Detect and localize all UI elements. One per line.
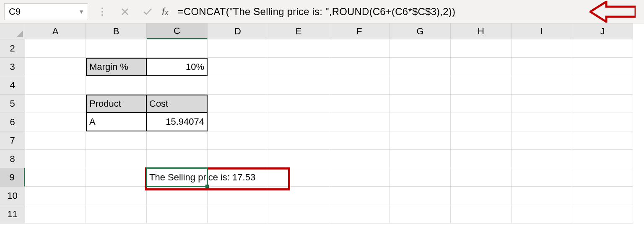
cell[interactable]: [390, 150, 451, 168]
row-header[interactable]: 11: [0, 205, 25, 223]
col-header[interactable]: D: [208, 23, 268, 39]
cell[interactable]: [451, 113, 512, 131]
cell[interactable]: [268, 205, 329, 223]
cell[interactable]: [86, 76, 147, 95]
cell[interactable]: [25, 150, 86, 168]
cell[interactable]: [86, 131, 147, 150]
cell[interactable]: [25, 95, 86, 113]
cell[interactable]: [268, 187, 329, 205]
cell[interactable]: [86, 205, 147, 223]
confirm-icon[interactable]: [139, 3, 156, 20]
cell[interactable]: [572, 187, 633, 205]
cell-C6[interactable]: 15.94074: [147, 113, 208, 131]
col-header[interactable]: A: [25, 23, 86, 39]
cell[interactable]: [390, 113, 451, 131]
fill-handle[interactable]: [205, 185, 209, 188]
cell[interactable]: [451, 58, 512, 76]
cell[interactable]: [329, 205, 390, 223]
col-header[interactable]: G: [390, 23, 451, 39]
cell[interactable]: [268, 131, 329, 150]
cell[interactable]: [329, 95, 390, 113]
cell[interactable]: [451, 168, 512, 187]
cell[interactable]: [390, 168, 451, 187]
cell[interactable]: [268, 58, 329, 76]
cell-B6[interactable]: A: [86, 113, 147, 131]
cell[interactable]: [390, 39, 451, 58]
cell[interactable]: [512, 150, 572, 168]
cell[interactable]: [147, 76, 208, 95]
cell[interactable]: [25, 205, 86, 223]
row-header[interactable]: 3: [0, 58, 25, 76]
cell[interactable]: [451, 39, 512, 58]
cell[interactable]: [512, 76, 572, 95]
chevron-down-icon[interactable]: ▼: [78, 8, 84, 15]
row-header[interactable]: 4: [0, 76, 25, 95]
cell[interactable]: [25, 39, 86, 58]
cell[interactable]: [329, 58, 390, 76]
cell-B3[interactable]: Margin %: [86, 58, 147, 76]
cell[interactable]: [268, 39, 329, 58]
cell[interactable]: [390, 187, 451, 205]
cell[interactable]: [451, 187, 512, 205]
cell[interactable]: [268, 76, 329, 95]
select-all-button[interactable]: [0, 23, 25, 39]
cell[interactable]: [329, 168, 390, 187]
formula-input[interactable]: =CONCAT("The Selling price is: ",ROUND(C…: [174, 3, 584, 20]
cell[interactable]: [451, 131, 512, 150]
cell[interactable]: [451, 95, 512, 113]
cell[interactable]: [451, 205, 512, 223]
cell-C3[interactable]: 10%: [147, 58, 208, 76]
col-header[interactable]: H: [451, 23, 512, 39]
cell[interactable]: [86, 150, 147, 168]
cell[interactable]: [572, 113, 633, 131]
cell[interactable]: [25, 187, 86, 205]
cell[interactable]: [25, 58, 86, 76]
cell[interactable]: [572, 131, 633, 150]
cell[interactable]: [208, 187, 268, 205]
cell[interactable]: [86, 187, 147, 205]
col-header[interactable]: E: [268, 23, 329, 39]
cell[interactable]: [268, 168, 329, 187]
cell[interactable]: [329, 76, 390, 95]
cell-C9[interactable]: The Selling price is: 17.53: [147, 168, 208, 187]
cell[interactable]: [208, 205, 268, 223]
cell-C5[interactable]: Cost: [147, 95, 208, 113]
cell[interactable]: [512, 58, 572, 76]
cell[interactable]: [208, 150, 268, 168]
cell[interactable]: [147, 150, 208, 168]
name-box[interactable]: C9 ▼: [4, 3, 88, 20]
cell[interactable]: [147, 187, 208, 205]
cell[interactable]: [390, 205, 451, 223]
cell[interactable]: [208, 76, 268, 95]
cell[interactable]: [25, 113, 86, 131]
cell[interactable]: [512, 168, 572, 187]
cell[interactable]: [451, 76, 512, 95]
cell[interactable]: [208, 39, 268, 58]
cell[interactable]: [572, 76, 633, 95]
cell[interactable]: [390, 58, 451, 76]
row-header[interactable]: 7: [0, 131, 25, 150]
cell[interactable]: [25, 76, 86, 95]
cell[interactable]: [147, 131, 208, 150]
cell[interactable]: [390, 131, 451, 150]
cell[interactable]: [25, 131, 86, 150]
cell[interactable]: [572, 95, 633, 113]
cell[interactable]: [572, 39, 633, 58]
cell[interactable]: [25, 168, 86, 187]
cell[interactable]: [208, 58, 268, 76]
cell[interactable]: [390, 95, 451, 113]
cell[interactable]: [329, 150, 390, 168]
cell[interactable]: [208, 113, 268, 131]
cell[interactable]: [86, 168, 147, 187]
cell[interactable]: [512, 131, 572, 150]
row-header[interactable]: 8: [0, 150, 25, 168]
col-header[interactable]: C: [147, 23, 208, 39]
cell[interactable]: [208, 95, 268, 113]
cell[interactable]: [572, 168, 633, 187]
cell[interactable]: [329, 187, 390, 205]
row-header[interactable]: 6: [0, 113, 25, 131]
col-header[interactable]: I: [512, 23, 572, 39]
cell[interactable]: [512, 205, 572, 223]
cell[interactable]: [390, 76, 451, 95]
fx-icon[interactable]: fx: [162, 6, 169, 18]
